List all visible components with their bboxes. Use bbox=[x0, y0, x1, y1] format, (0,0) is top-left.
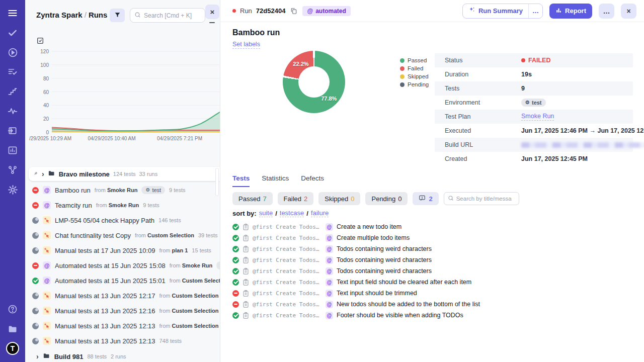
test-list-item[interactable]: @first Create Todos… @ New todos should … bbox=[232, 299, 639, 310]
run-details-table: Status FAILED Duration 19s Tests 9 Envir… bbox=[435, 53, 633, 166]
set-labels-link[interactable]: Set labels bbox=[232, 41, 260, 49]
test-title: Text input should be trimmed bbox=[337, 290, 417, 297]
tests-search-input[interactable] bbox=[456, 196, 512, 202]
test-status-icon bbox=[232, 301, 239, 308]
chevron-right-icon[interactable]: › bbox=[42, 170, 44, 177]
run-list-item[interactable]: @ Manual tests at 17 Jun 2025 10:09 from… bbox=[25, 243, 220, 258]
run-list-item[interactable]: @ Manual tests at 13 Jun 2025 12:13 748 … bbox=[25, 333, 220, 348]
tests-count: 748 tests bbox=[159, 338, 182, 344]
build-folder-row[interactable]: › Build 981 88 tests 2 runs bbox=[36, 351, 126, 362]
test-title: Todos containing weird characters bbox=[337, 267, 432, 275]
project-name[interactable]: Zyntra Spark bbox=[36, 11, 83, 19]
comments-filter-pill[interactable]: 2 bbox=[413, 192, 438, 205]
tab-tests[interactable]: Tests bbox=[232, 174, 250, 187]
gear-icon: ⚙ bbox=[525, 100, 530, 105]
run-list-item[interactable]: @ Manual tests at 13 Jun 2025 12:17 from… bbox=[25, 288, 220, 303]
detail-row-duration: Duration 19s bbox=[435, 67, 633, 81]
runs-play-icon[interactable] bbox=[6, 46, 19, 59]
environment-badge[interactable]: ⚙test bbox=[521, 99, 546, 107]
run-summary-button[interactable]: Run Summary bbox=[463, 4, 528, 18]
sort-by-testcase-link[interactable]: testcase bbox=[280, 209, 304, 217]
x-tick: /29/2025 10:29 AM bbox=[29, 136, 71, 141]
tab-defects[interactable]: Defects bbox=[301, 174, 324, 187]
sort-by-failure-link[interactable]: failure bbox=[311, 209, 329, 217]
run-list-item[interactable]: @ Chat functinality test Copy from Custo… bbox=[25, 228, 220, 243]
tab-statistics[interactable]: Statistics bbox=[262, 174, 289, 187]
run-list-item[interactable]: @ Automated tests at 15 Jun 2025 15:01 f… bbox=[25, 273, 220, 288]
test-list-item[interactable]: @first Create Todos… @ Todos containing … bbox=[232, 265, 639, 277]
more-options-button[interactable]: … bbox=[599, 4, 614, 19]
automated-badge[interactable]: @automated bbox=[302, 6, 350, 16]
automated-icon: @ bbox=[326, 234, 333, 242]
run-title: Bamboo run bbox=[232, 28, 280, 37]
suite-path: @first Create Todos… bbox=[253, 224, 322, 230]
runs-panel: Zyntra Spark/Runs × 020406080100120 /29/… bbox=[25, 0, 220, 362]
run-list-item[interactable]: @ Bamboo run from Smoke Run ⚙test 9 test… bbox=[25, 183, 220, 198]
activity-pulse-icon[interactable] bbox=[6, 105, 19, 118]
legend-dot bbox=[400, 66, 405, 71]
report-button[interactable]: Report bbox=[549, 4, 592, 19]
y-tick: 60 bbox=[25, 89, 49, 95]
filter-button[interactable] bbox=[110, 9, 125, 22]
runs-search-input[interactable] bbox=[144, 12, 201, 19]
test-status-icon bbox=[232, 257, 239, 263]
run-list-item[interactable]: @ Manual tests at 13 Jun 2025 12:13 from… bbox=[25, 318, 220, 333]
run-type-icon: @ bbox=[43, 322, 51, 330]
help-icon[interactable] bbox=[6, 303, 19, 316]
test-list-item[interactable]: @first Create Todos… @ Todos containing … bbox=[232, 243, 639, 254]
run-summary-split-button: Run Summary … bbox=[462, 4, 543, 19]
milestones-steps-icon[interactable] bbox=[6, 85, 19, 98]
test-status-icon bbox=[232, 279, 239, 286]
test-list-item[interactable]: @first Create Todos… @ Create multiple t… bbox=[232, 232, 639, 243]
integrations-branch-icon[interactable] bbox=[6, 163, 19, 176]
donut-failed-label: 22.2% bbox=[293, 61, 308, 67]
reports-chart-icon[interactable] bbox=[6, 144, 19, 157]
run-list-item[interactable]: @ Manual tests at 13 Jun 2025 12:16 from… bbox=[25, 303, 220, 318]
run-status-icon bbox=[32, 293, 39, 299]
status-filter-pill[interactable]: Skipped 0 bbox=[318, 192, 360, 205]
status-filter-pill[interactable]: Failed 2 bbox=[278, 192, 314, 205]
pin-icon bbox=[33, 170, 38, 178]
folder-tests-count: 124 tests bbox=[113, 171, 136, 177]
projects-folder-icon[interactable] bbox=[6, 322, 19, 335]
close-run-button[interactable]: × bbox=[621, 4, 636, 19]
run-list-item[interactable]: @ Automated tests at 15 Jun 2025 15:08 f… bbox=[25, 258, 220, 273]
clipboard-icon bbox=[243, 257, 249, 263]
test-list-item[interactable]: @first Create Todos… @ Todos containing … bbox=[232, 254, 639, 265]
tests-search-box bbox=[444, 192, 519, 205]
test-list-item[interactable]: @first Create Todos… @ Footer should be … bbox=[232, 310, 639, 321]
detail-row-test-plan: Test Plan Smoke Run bbox=[435, 110, 633, 124]
run-list-item[interactable]: @ Teamcity run from Smoke Run 9 tests bbox=[25, 198, 220, 213]
test-list-item[interactable]: @first Create Todos… @ Text input field … bbox=[232, 277, 639, 288]
folder-name: Build 981 bbox=[54, 353, 84, 360]
from-plan-label: from Custom Selection bbox=[170, 278, 220, 284]
detail-row-created: Created Jun 17, 2025 12:45 PM bbox=[435, 152, 633, 166]
run-status-icon bbox=[32, 247, 39, 254]
chevron-right-icon[interactable]: › bbox=[36, 353, 39, 360]
build-url-masked-link[interactable] bbox=[521, 142, 644, 148]
settings-gear-icon[interactable] bbox=[6, 183, 19, 196]
test-list: @first Create Todos… @ Create a new todo… bbox=[232, 221, 639, 321]
tests-count: 9 tests bbox=[143, 202, 159, 208]
test-list-item[interactable]: @first Create Todos… @ Text input should… bbox=[232, 288, 639, 299]
status-filter-pill[interactable]: Pending 0 bbox=[365, 192, 408, 205]
test-plans-icon[interactable] bbox=[6, 65, 19, 78]
run-summary-more-button[interactable]: … bbox=[528, 4, 542, 18]
hamburger-menu-icon[interactable] bbox=[6, 7, 19, 20]
select-all-icon[interactable] bbox=[36, 37, 44, 46]
test-plan-link[interactable]: Smoke Run bbox=[521, 113, 554, 121]
sort-by-suite-link[interactable]: suite bbox=[259, 209, 273, 217]
close-panel-button[interactable]: × bbox=[205, 5, 219, 19]
automated-icon: @ bbox=[307, 8, 313, 15]
run-list-item[interactable]: @ LMP-554 05/04 check Happy Path 146 tes… bbox=[25, 213, 220, 228]
tests-check-icon[interactable] bbox=[6, 26, 19, 39]
test-list-item[interactable]: @first Create Todos… @ Create a new todo… bbox=[232, 221, 639, 232]
import-icon[interactable] bbox=[6, 124, 19, 137]
folder-icon bbox=[48, 169, 55, 178]
app-logo[interactable]: T bbox=[6, 342, 19, 355]
milestone-folder-row[interactable]: › Bravo milestone 124 tests 33 runs bbox=[29, 167, 220, 181]
run-type-icon: @ bbox=[43, 231, 51, 239]
copy-icon[interactable] bbox=[289, 7, 298, 16]
status-filter-pill[interactable]: Passed 7 bbox=[232, 192, 273, 205]
funnel-icon bbox=[114, 12, 121, 20]
